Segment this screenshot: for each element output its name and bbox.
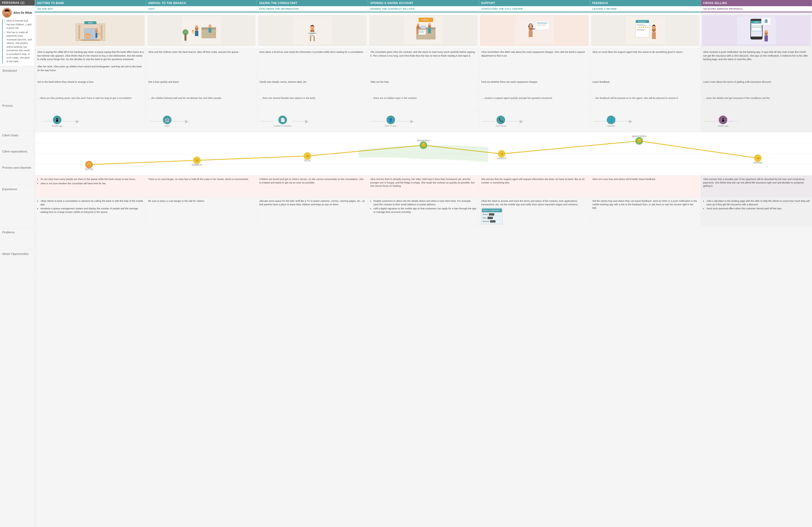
- svg-point-21: [208, 25, 212, 28]
- phase-seeing: SEEING THE CONSULTANT: [257, 0, 368, 6]
- persona-card: Aline De Wilde Aline is married and has …: [0, 6, 35, 66]
- svg-text:appreciation: appreciation: [632, 135, 647, 138]
- process-row: Aline is paying the utility bill in her …: [35, 48, 812, 78]
- channel-label-3: Printed Production: [274, 125, 291, 127]
- svg-text:with 25% discount!: with 25% discount!: [751, 27, 762, 28]
- storyboard-row: BANK Promo: [35, 13, 812, 48]
- svg-rect-83: [652, 32, 656, 39]
- label-expectations: Client expectations: [0, 147, 35, 163]
- svg-rect-78: [637, 25, 647, 26]
- expectations-cell-7: … learn the details and get insurance if…: [701, 94, 812, 110]
- channel-label-2: Bank: [164, 125, 169, 127]
- svg-text:concern: concern: [497, 157, 506, 160]
- svg-text:distraction: distraction: [417, 139, 430, 142]
- expectations-row: … there are free parking spots, and she …: [35, 94, 812, 110]
- svg-text:Get life insurance: Get life insurance: [752, 25, 761, 26]
- phase-cross-selling: CROSS-SELLING: [701, 0, 812, 6]
- expectations-cell-6: … her feedback will be passed on to the …: [590, 94, 701, 110]
- svg-rect-64: [528, 26, 530, 27]
- process-cell-4: The consultant gives Aline the contract,…: [368, 48, 479, 78]
- storyboard-cell-2: [146, 13, 257, 48]
- goals-cell-7: Learn more about the terms of getting a …: [701, 78, 812, 94]
- experience-chart: 😟 turmoil 😐 vigilance 😐 focus 😊: [35, 132, 812, 176]
- problems-row: It's not clear how many people are there…: [35, 176, 812, 197]
- label-process: Process: [0, 101, 35, 131]
- svg-text:😐: 😐: [195, 158, 200, 163]
- svg-rect-67: [536, 21, 549, 30]
- svg-rect-56: [419, 30, 424, 31]
- main-wrapper: GETTING TO BANK ARRIVAL TO THE BRANCH SE…: [35, 0, 812, 527]
- svg-text:BANK: BANK: [88, 22, 93, 24]
- storyboard-cell-7: B BANK Get life insurance with 25% disco…: [701, 13, 812, 48]
- subphase-extra-service: AN EXTRA SERVICE PROPOSAL: [701, 6, 812, 12]
- arrow-icon-4: ▶: [410, 118, 414, 124]
- svg-text:CashBox ↑: CashBox ↑: [422, 19, 430, 21]
- svg-rect-77: [637, 24, 644, 25]
- app-layout: PERSONAS (1) Aline De Wilde: [0, 0, 812, 527]
- channel-icon-5: 📞: [496, 116, 505, 124]
- svg-text:interest: interest: [753, 161, 763, 164]
- experience-row: 😟 turmoil 😐 vigilance 😐 focus 😊: [35, 132, 812, 176]
- process-cell-6: Aline so much likes the support agent th…: [590, 48, 701, 78]
- svg-rect-81: [637, 30, 644, 31]
- expectations-cell-5: … contact a support agent quickly and ge…: [479, 94, 590, 110]
- goals-cell-5: Find out whether there are early repayme…: [479, 78, 590, 94]
- storyboard-cell-4: CashBox ↑: [368, 13, 479, 48]
- svg-rect-12: [96, 33, 97, 38]
- phase-getting-to-bank: GETTING TO BANK: [35, 0, 146, 6]
- phase-support: SUPPORT: [479, 0, 590, 6]
- process-cell-2: Aline and the children enter the bank br…: [146, 48, 257, 78]
- process-cell-3: Aline takes a brochure and reads the inf…: [257, 48, 368, 78]
- channel-icon-1: 📱: [53, 116, 61, 124]
- subphase-contacting: CONTACTING THE CALL CENTER: [479, 6, 590, 12]
- svg-rect-39: [315, 33, 316, 34]
- phase-feedback: FEEDBACK: [590, 0, 701, 6]
- arrow-icon-3: ▶: [305, 118, 309, 124]
- phase-opening: OPENING A SAVING ACCOUNT: [368, 0, 479, 6]
- svg-rect-24: [195, 31, 199, 36]
- svg-rect-71: [537, 25, 547, 25]
- persona-info-item: Aline is married and has two children, 2…: [4, 19, 32, 30]
- svg-rect-70: [537, 24, 547, 24]
- persona-row: Aline De Wilde: [2, 8, 33, 17]
- label-channels: Process and channels: [0, 163, 35, 185]
- channels-row: 📱 Mobile app ▶ 🏦 Bank ▶: [35, 110, 812, 132]
- svg-point-54: [417, 24, 419, 26]
- problems-cell-5: She worries that the support agent will …: [479, 176, 590, 197]
- storyboard-cell-1: BANK Promo: [35, 13, 146, 48]
- svg-rect-72: [537, 26, 546, 26]
- problems-cell-7: Aline worries that a sizeable part of he…: [701, 176, 812, 197]
- sidebar: PERSONAS (1) Aline De Wilde: [0, 0, 35, 527]
- svg-text:😐: 😐: [756, 156, 760, 160]
- svg-rect-36: [309, 35, 315, 35]
- problems-cell-1: It's not clear how many people are there…: [35, 176, 146, 197]
- svg-rect-60: [515, 16, 554, 44]
- svg-rect-22: [208, 28, 212, 33]
- ideas-cell-3: Allocate some space for the kids' stuff …: [257, 197, 368, 226]
- svg-rect-66: [532, 29, 535, 29]
- channel-label-4: Face to face: [385, 125, 397, 127]
- goals-cell-6: Leave feedback.: [590, 78, 701, 94]
- svg-text:🏦: 🏦: [764, 19, 769, 24]
- phase-arrival: ARRIVAL TO THE BRANCH: [146, 0, 257, 6]
- arrow-icon-2: ▶: [185, 118, 189, 124]
- channel-icon-7: 📱: [719, 116, 727, 124]
- svg-rect-6: [78, 25, 80, 40]
- svg-rect-42: [314, 36, 315, 41]
- persona-info: Aline is married and has two children, 2…: [2, 19, 33, 63]
- storyboard-cell-5: [479, 13, 590, 48]
- svg-text:😊: 😊: [421, 143, 426, 147]
- arrow-icon-7: ▶: [629, 118, 633, 124]
- svg-rect-40: [310, 35, 315, 36]
- channel-cell-4: 👤 Face to face ▶: [368, 110, 479, 132]
- subphase-headers: ON THE WAY VISIT EXPLORING THE INFORMATI…: [35, 6, 812, 13]
- problems-cell-6: Aline isn't sure how and where she'd bet…: [590, 176, 701, 197]
- subphase-leaving: LEAVING A REVIEW: [590, 6, 701, 12]
- channel-cell-1: 📱 Mobile app ▶: [35, 110, 146, 132]
- svg-rect-62: [529, 31, 533, 37]
- channel-icon-4: 👤: [387, 116, 395, 124]
- svg-text:vigilance: vigilance: [192, 163, 202, 166]
- svg-point-27: [192, 30, 194, 32]
- svg-text:😊: 😊: [637, 138, 642, 143]
- svg-rect-35: [309, 34, 314, 34]
